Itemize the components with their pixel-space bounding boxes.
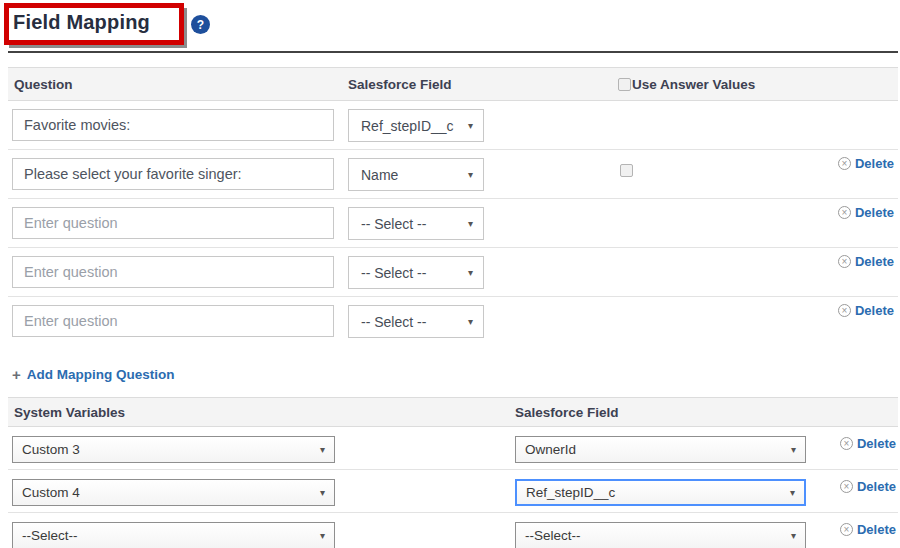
section-divider <box>8 51 898 53</box>
selected-salesforce-field: --Select-- <box>525 528 581 543</box>
selected-system-variable: Custom 3 <box>22 442 80 457</box>
delete-label: Delete <box>855 254 894 269</box>
delete-button[interactable]: × Delete <box>838 156 894 171</box>
question-row: Name ▾ × Delete <box>8 150 898 199</box>
delete-button[interactable]: × Delete <box>840 436 896 451</box>
salesforce-field-select[interactable]: OwnerId ▾ <box>515 436 806 463</box>
system-variable-select[interactable]: Custom 4 ▾ <box>12 479 335 506</box>
system-variables-table: System Variables Salesforce Field Custom… <box>8 397 898 548</box>
chevron-down-icon: ▾ <box>320 531 325 541</box>
chevron-down-icon: ▾ <box>468 170 473 180</box>
page-title: Field Mapping <box>13 11 150 34</box>
field-mapping-page: Field Mapping ? Question Salesforce Fiel… <box>0 0 900 548</box>
delete-button[interactable]: × Delete <box>840 479 896 494</box>
chevron-down-icon: ▾ <box>791 531 796 541</box>
delete-label: Delete <box>855 205 894 220</box>
delete-circle-x-icon: × <box>838 304 851 317</box>
selected-system-variable: Custom 4 <box>22 485 80 500</box>
chevron-down-icon: ▾ <box>468 121 473 131</box>
system-table-header: System Variables Salesforce Field <box>8 397 898 427</box>
add-mapping-question-label: Add Mapping Question <box>27 367 175 382</box>
question-row: Ref_stepID__c ▾ <box>8 101 898 150</box>
use-answer-values-checkbox[interactable] <box>620 164 633 177</box>
chevron-down-icon: ▾ <box>468 268 473 278</box>
delete-button[interactable]: × Delete <box>838 205 894 220</box>
delete-button[interactable]: × Delete <box>838 254 894 269</box>
delete-label: Delete <box>857 436 896 451</box>
column-header-salesforce-field: Salesforce Field <box>348 77 452 92</box>
selected-system-variable: --Select-- <box>22 528 78 543</box>
salesforce-field-select[interactable]: --Select-- ▾ <box>515 522 806 548</box>
use-answer-values-header: Use Answer Values <box>618 77 755 92</box>
delete-button[interactable]: × Delete <box>838 303 894 318</box>
column-header-question: Question <box>8 77 73 92</box>
system-variable-select[interactable]: Custom 3 ▾ <box>12 436 335 463</box>
salesforce-field-select[interactable]: -- Select -- ▾ <box>348 207 484 240</box>
selected-salesforce-field: Ref_stepID__c <box>361 118 454 134</box>
delete-circle-x-icon: × <box>838 206 851 219</box>
system-variable-row: Custom 4 ▾ Ref_stepID__c ▾ × Delete <box>8 470 898 513</box>
delete-circle-x-icon: × <box>838 157 851 170</box>
selected-salesforce-field: Name <box>361 167 398 183</box>
chevron-down-icon: ▾ <box>320 488 325 498</box>
use-answer-values-label: Use Answer Values <box>632 77 755 92</box>
question-mapping-table: Question Salesforce Field Use Answer Val… <box>8 67 898 345</box>
delete-circle-x-icon: × <box>840 437 853 450</box>
add-mapping-question-link[interactable]: + Add Mapping Question <box>12 367 175 382</box>
title-area: Field Mapping ? <box>8 0 898 51</box>
delete-circle-x-icon: × <box>838 255 851 268</box>
use-answer-values-header-checkbox[interactable] <box>618 78 631 91</box>
selected-salesforce-field: -- Select -- <box>361 216 426 232</box>
plus-icon: + <box>12 367 21 382</box>
question-input[interactable] <box>12 305 334 337</box>
chevron-down-icon: ▾ <box>790 488 795 498</box>
delete-label: Delete <box>855 303 894 318</box>
salesforce-field-select[interactable]: Ref_stepID__c ▾ <box>348 109 484 142</box>
salesforce-field-select-focused[interactable]: Ref_stepID__c ▾ <box>515 479 806 506</box>
question-row: -- Select -- ▾ × Delete <box>8 199 898 248</box>
chevron-down-icon: ▾ <box>468 219 473 229</box>
salesforce-field-select[interactable]: -- Select -- ▾ <box>348 305 484 338</box>
salesforce-field-select[interactable]: Name ▾ <box>348 158 484 191</box>
system-variable-row: Custom 3 ▾ OwnerId ▾ × Delete <box>8 427 898 470</box>
system-variable-row: --Select-- ▾ --Select-- ▾ × Delete <box>8 513 898 548</box>
column-header-salesforce-field: Salesforce Field <box>515 405 619 420</box>
question-row: -- Select -- ▾ × Delete <box>8 248 898 297</box>
question-input[interactable] <box>12 207 334 239</box>
selected-salesforce-field: Ref_stepID__c <box>526 485 615 500</box>
selected-salesforce-field: -- Select -- <box>361 314 426 330</box>
help-icon[interactable]: ? <box>191 15 210 34</box>
delete-circle-x-icon: × <box>840 480 853 493</box>
question-input[interactable] <box>12 256 334 288</box>
system-variable-select[interactable]: --Select-- ▾ <box>12 522 335 548</box>
chevron-down-icon: ▾ <box>791 445 796 455</box>
question-table-header: Question Salesforce Field Use Answer Val… <box>8 67 898 101</box>
question-input[interactable] <box>12 158 334 190</box>
chevron-down-icon: ▾ <box>320 445 325 455</box>
delete-button[interactable]: × Delete <box>840 522 896 537</box>
delete-label: Delete <box>857 522 896 537</box>
delete-label: Delete <box>855 156 894 171</box>
salesforce-field-select[interactable]: -- Select -- ▾ <box>348 256 484 289</box>
selected-salesforce-field: -- Select -- <box>361 265 426 281</box>
delete-label: Delete <box>857 479 896 494</box>
delete-circle-x-icon: × <box>840 523 853 536</box>
chevron-down-icon: ▾ <box>468 317 473 327</box>
selected-salesforce-field: OwnerId <box>525 442 576 457</box>
column-header-system-variables: System Variables <box>8 405 125 420</box>
question-input[interactable] <box>12 109 334 141</box>
question-row: -- Select -- ▾ × Delete <box>8 297 898 345</box>
